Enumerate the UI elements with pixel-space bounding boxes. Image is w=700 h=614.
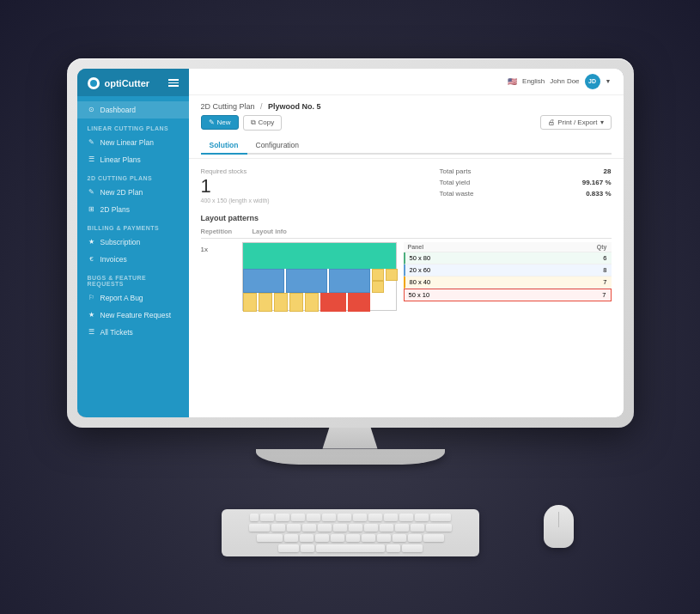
breadcrumb-current: Plywood No. 5 [268, 102, 321, 111]
key [287, 524, 301, 532]
layout-patterns-title: Layout patterns [201, 214, 612, 222]
breadcrumb-parent: 2D Cutting Plan [201, 102, 255, 111]
required-stocks-label: Required stocks [201, 167, 423, 175]
sidebar-item-report-bug[interactable]: ⚐ Report A Bug [77, 289, 189, 307]
avatar[interactable]: JD [585, 74, 600, 89]
list-icon-linear: ☰ [88, 155, 96, 164]
tickets-icon: ☰ [88, 328, 96, 337]
copy-button[interactable]: ⧉ Copy [243, 115, 283, 131]
edit-icon-linear: ✎ [88, 138, 96, 147]
logo-icon [88, 77, 100, 89]
panel-name-4: 50 x 10 [409, 291, 430, 299]
key [338, 514, 351, 521]
mouse-line [558, 512, 559, 527]
new-button[interactable]: ✎ New [201, 115, 239, 130]
section-label-bugs: BUGS & FEATURE REQUESTS [77, 268, 189, 289]
sidebar-item-new-linear[interactable]: ✎ New Linear Plan [77, 134, 189, 151]
key [349, 524, 362, 532]
mouse [544, 505, 574, 548]
tab-solution[interactable]: Solution [201, 137, 247, 155]
language-label[interactable]: English [522, 77, 545, 85]
cutting-diagram [242, 242, 397, 311]
sidebar-nav: ⊙ Dashboard LINEAR CUTTING PLANS ✎ New L… [77, 96, 189, 417]
key [411, 524, 424, 532]
key [399, 514, 413, 521]
header-repetition: Repetition [201, 228, 253, 235]
panel-qty-2: 8 [603, 266, 606, 274]
sidebar-item-new-feature[interactable]: ★ New Feature Request [77, 307, 189, 324]
sidebar-item-linear-plans[interactable]: ☰ Linear Plans [77, 151, 189, 168]
total-waste-label: Total waste [440, 190, 474, 198]
key [276, 514, 289, 521]
breadcrumb: 2D Cutting Plan / Plywood No. 5 [201, 102, 612, 111]
key [250, 514, 259, 521]
breadcrumb-separator: / [260, 102, 263, 111]
sidebar-item-2d-plans[interactable]: ⊞ 2D Plans [77, 201, 189, 218]
repetition-value: 1x [201, 242, 235, 253]
edit-icon-2d: ✎ [88, 188, 96, 197]
key-space [316, 544, 385, 552]
total-parts-value: 28 [604, 167, 612, 175]
star-icon: ★ [88, 311, 96, 319]
page-actions: ✎ New ⧉ Copy [201, 115, 283, 131]
user-menu-chevron[interactable]: ▼ [606, 78, 612, 84]
key [408, 534, 422, 542]
tab-configuration[interactable]: Configuration [247, 137, 308, 155]
invoice-icon: € [88, 255, 96, 264]
required-stocks-value: 1 [201, 177, 423, 196]
monitor-base [256, 449, 445, 465]
total-parts-label: Total parts [440, 167, 472, 175]
key [393, 534, 406, 542]
key [333, 524, 347, 532]
page-header: 2D Cutting Plan / Plywood No. 5 ✎ New [189, 95, 624, 159]
panel-col-header: Panel [408, 244, 424, 250]
sidebar-item-new-2d[interactable]: ✎ New 2D Plan [77, 184, 189, 201]
panel-qty-3: 7 [603, 278, 606, 286]
panel-qty-4: 7 [602, 291, 606, 299]
print-button[interactable]: 🖨 Print / Export ▾ [540, 115, 611, 130]
section-label-2d: 2D CUTTING PLANS [77, 168, 189, 184]
monitor-neck [316, 428, 385, 449]
stats-right: Total parts 28 Total yield 99.167 % Tota… [440, 167, 612, 204]
sidebar-item-invoices[interactable]: € Invoices [77, 251, 189, 268]
monitor-bezel: optiCutter ⊙ Dashboard LINEAR CUTTING PL… [77, 69, 624, 417]
user-name[interactable]: John Doe [550, 77, 579, 85]
sidebar-item-dashboard[interactable]: ⊙ Dashboard [77, 101, 189, 119]
panel-row-1: 50 x 80 6 [404, 252, 612, 264]
panel-qty-1: 6 [603, 254, 606, 262]
sidebar-item-subscription[interactable]: ★ Subscription [77, 234, 189, 251]
key [260, 514, 274, 521]
total-yield-value: 99.167 % [582, 179, 612, 186]
key-ctrl [278, 544, 299, 552]
key [331, 534, 344, 542]
sidebar-item-all-tickets[interactable]: ☰ All Tickets [77, 324, 189, 341]
cart-icon: ★ [88, 238, 96, 246]
sidebar-header: optiCutter [77, 69, 189, 96]
hamburger-icon[interactable] [168, 79, 179, 87]
key-caps [257, 534, 283, 542]
total-parts-row: Total parts 28 [440, 167, 612, 175]
layout-info-header: Panel Qty [404, 242, 612, 252]
tabs: Solution Configuration [201, 137, 612, 155]
key-tab [249, 524, 270, 532]
key [315, 534, 329, 542]
key [395, 524, 409, 532]
top-bar-right: 🇺🇸 English John Doe JD ▼ [508, 74, 611, 89]
key [346, 534, 360, 542]
panel-name-1: 50 x 80 [410, 254, 431, 262]
key-enter [426, 524, 452, 532]
key-shift [423, 534, 444, 542]
key [384, 514, 398, 521]
key [271, 524, 285, 532]
key [377, 534, 391, 542]
total-waste-row: Total waste 0.833 % [440, 190, 612, 198]
section-label-linear: LINEAR CUTTING PLANS [77, 119, 189, 134]
panel-row-4: 50 x 10 7 [404, 289, 612, 301]
key [380, 524, 393, 532]
print-chevron: ▾ [600, 119, 604, 126]
total-yield-row: Total yield 99.167 % [440, 179, 612, 186]
top-bar: 🇺🇸 English John Doe JD ▼ [189, 69, 624, 95]
key [301, 544, 314, 552]
flag-icon: 🇺🇸 [508, 77, 517, 86]
content-area: Required stocks 1 400 x 150 (length x wi… [189, 159, 624, 417]
